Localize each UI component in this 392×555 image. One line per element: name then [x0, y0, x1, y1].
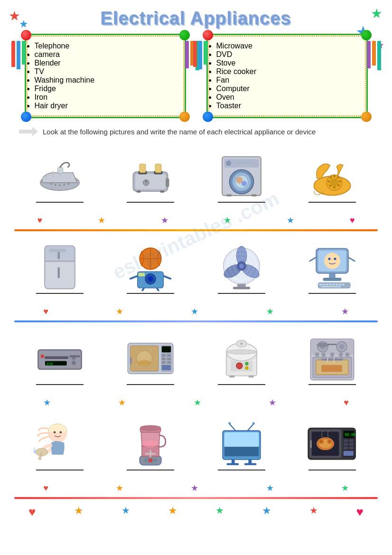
corner-blob-tr: [179, 30, 190, 40]
image-cell-microwave2: 00:00: [294, 414, 370, 476]
image-cell-camera: [112, 238, 188, 300]
svg-rect-88: [321, 286, 341, 288]
svg-point-150: [153, 458, 157, 462]
svg-point-31: [330, 179, 339, 187]
fridge-svg: [34, 244, 86, 291]
blender-svg: [124, 420, 177, 468]
answer-line-telephone: [308, 202, 356, 203]
image-row-4: 00:00: [0, 410, 392, 481]
svg-rect-27: [226, 194, 232, 197]
left-list-box: Telephone camera Blender TV Washing mach…: [25, 34, 186, 118]
svg-rect-112: [162, 365, 171, 370]
washing-svg: [215, 152, 268, 200]
pencil-red: [11, 41, 15, 67]
svg-rect-65: [237, 284, 246, 287]
corner-blob-r-tr: [361, 30, 372, 40]
list1-item-2: camera: [35, 50, 176, 59]
svg-rect-187: [344, 451, 354, 456]
svg-rect-28: [252, 194, 257, 197]
bottom-star-1: ★: [74, 505, 84, 519]
fan-svg: [215, 244, 268, 291]
svg-rect-107: [167, 354, 171, 357]
deco-star-s5: ★: [287, 215, 294, 226]
corner-blob-r-bl: [203, 112, 213, 122]
svg-rect-137: [322, 358, 343, 361]
answer-line-oven: [308, 384, 356, 385]
svg-line-161: [229, 424, 235, 431]
svg-point-153: [140, 425, 161, 431]
microwave2-svg: 00:00: [306, 420, 358, 468]
answer-line-fridge: [36, 293, 84, 294]
bottom-star-heart2: ♥: [356, 505, 363, 519]
svg-rect-43: [57, 251, 60, 259]
svg-point-25: [226, 161, 231, 165]
list2-item-7: Oven: [216, 93, 358, 102]
svg-rect-110: [162, 361, 166, 364]
page-title: Electrical Appliances: [0, 0, 392, 34]
dvd-svg: DVD: [34, 335, 86, 382]
bottom-star-4: ★: [215, 505, 224, 519]
svg-line-56: [157, 288, 160, 291]
svg-rect-80: [319, 284, 322, 285]
toaster-svg: [124, 152, 177, 200]
pencil-blue: [17, 41, 20, 69]
deco-star-3-5: ♥: [344, 398, 349, 408]
answer-line-camera: [127, 293, 174, 294]
svg-rect-181: [344, 439, 348, 442]
bottom-stars-row: ♥ ★ ★ ★ ★ ★ ★ ♥: [0, 501, 392, 523]
svg-rect-86: [339, 284, 341, 285]
svg-point-2: [50, 183, 52, 185]
svg-point-73: [328, 258, 331, 260]
deco-star-4-4: ★: [266, 483, 274, 493]
svg-line-55: [141, 288, 144, 291]
list2-item-5: Fan: [216, 76, 358, 85]
deco-star-4-3: ★: [191, 483, 198, 493]
list1-item-5: Washing machine: [35, 76, 176, 85]
svg-rect-8: [135, 174, 166, 189]
right-list: Microwave DVD Stove Rice cooker Fan Comp…: [216, 42, 358, 110]
answer-line-hair-dryer: [36, 470, 84, 470]
list1-item-6: Fridge: [35, 85, 176, 93]
svg-point-93: [72, 361, 76, 365]
deco-star-2-4: ★: [266, 306, 274, 317]
svg-rect-136: [322, 365, 343, 372]
svg-rect-160: [224, 432, 259, 446]
list2-item-2: DVD: [216, 50, 358, 59]
svg-rect-81: [323, 284, 325, 285]
svg-point-118: [226, 350, 257, 354]
svg-rect-11: [140, 164, 146, 172]
image-cell-fan: [204, 238, 280, 300]
list1-item-7: Iron: [35, 93, 176, 102]
svg-point-51: [149, 278, 152, 280]
deco-star-3-2: ★: [118, 397, 126, 408]
list2-item-3: Stove: [216, 59, 358, 67]
svg-rect-159: [224, 447, 259, 456]
left-list-container: Telephone camera Blender TV Washing mach…: [25, 34, 186, 118]
list1-item-8: Hair dryer: [35, 102, 176, 110]
svg-rect-108: [162, 357, 166, 360]
list1-item-4: TV: [35, 67, 176, 76]
instruction-row: Look at the following pictures and write…: [0, 123, 392, 142]
pencil-r-red: [193, 41, 197, 67]
bottom-star-6: ★: [309, 505, 318, 519]
deco-star-2-2: ★: [116, 306, 123, 317]
telephone-svg: [306, 152, 358, 200]
svg-rect-123: [229, 376, 234, 378]
image-cell-iron: [22, 147, 98, 208]
svg-rect-44: [57, 267, 60, 278]
pencil-rr-orange: [372, 41, 376, 66]
corner-blob-tl: [21, 30, 31, 40]
svg-point-32: [334, 175, 336, 178]
svg-text:00:00: 00:00: [345, 433, 355, 437]
svg-line-75: [309, 257, 316, 261]
hair-dryer-svg: [34, 420, 86, 468]
svg-rect-184: [349, 443, 354, 446]
svg-point-144: [54, 431, 56, 433]
deco-star-s6: ♥: [350, 216, 355, 226]
svg-point-34: [339, 180, 341, 183]
microwave-svg: [124, 335, 177, 382]
image-cell-rice-cooker: [204, 329, 280, 391]
list1-item-1: Telephone: [35, 42, 176, 50]
divider-1: [14, 229, 378, 231]
image-row-2: [0, 233, 392, 304]
